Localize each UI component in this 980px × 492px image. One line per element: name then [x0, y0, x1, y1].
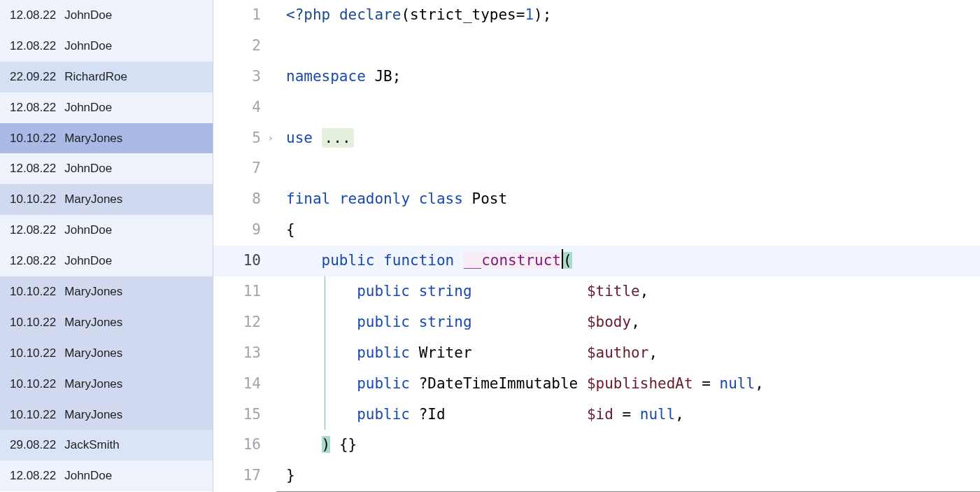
blame-row[interactable]: 12.08.22JohnDoe [0, 461, 213, 491]
line-number[interactable]: 8 [213, 184, 276, 215]
code-content[interactable]: } [276, 461, 295, 491]
blame-date: 12.08.22 [10, 8, 56, 22]
code-content[interactable]: use ... [276, 123, 354, 154]
line-number[interactable]: 13 [213, 338, 276, 369]
line-number[interactable]: 14 [213, 369, 276, 400]
blame-row[interactable]: 12.08.22JohnDoe [0, 153, 213, 184]
blame-row[interactable]: 10.10.22MaryJones [0, 400, 213, 430]
blame-author: MaryJones [64, 408, 122, 422]
blame-date: 12.08.22 [10, 469, 56, 483]
blame-author: MaryJones [64, 346, 122, 360]
blame-author: JohnDoe [64, 39, 112, 53]
code-line[interactable]: 1 <?php declare(strict_types=1); [213, 0, 980, 31]
blame-date: 12.08.22 [10, 162, 56, 176]
code-line[interactable]: 14 public ?DateTimeImmutable $publishedA… [213, 369, 980, 400]
blame-row[interactable]: 12.08.22JohnDoe [0, 31, 213, 62]
code-line[interactable]: 9 { [213, 215, 980, 246]
blame-date: 29.08.22 [10, 438, 56, 452]
blame-author: MaryJones [64, 192, 122, 206]
code-content[interactable]: public string $title, [276, 276, 648, 307]
blame-row[interactable]: 29.08.22JackSmith [0, 430, 213, 461]
blame-date: 10.10.22 [10, 377, 56, 391]
code-content[interactable]: public ?DateTimeImmutable $publishedAt =… [276, 369, 764, 400]
line-number[interactable]: 10 [213, 246, 276, 276]
blame-author: JackSmith [64, 438, 119, 452]
code-content[interactable]: public Writer $author, [276, 338, 658, 369]
blame-date: 12.08.22 [10, 39, 56, 53]
line-number[interactable]: 15 [213, 400, 276, 430]
code-line[interactable]: 16 ) {} [213, 430, 980, 461]
line-number[interactable]: 12 [213, 307, 276, 338]
blame-date: 10.10.22 [10, 192, 56, 206]
blame-author: JohnDoe [64, 101, 112, 115]
code-line[interactable]: 11 public string $title, [213, 276, 980, 307]
code-content[interactable]: namespace JB; [276, 62, 401, 92]
line-number[interactable]: 1 [213, 0, 276, 31]
blame-row[interactable]: 22.09.22RichardRoe [0, 62, 213, 92]
blame-author: MaryJones [64, 377, 122, 391]
code-content[interactable]: public ?Id $id = null, [276, 400, 684, 430]
blame-date: 10.10.22 [10, 408, 56, 422]
blame-row[interactable]: 10.10.22MaryJones [0, 307, 213, 338]
line-number[interactable]: 3 [213, 62, 276, 92]
blame-row[interactable]: 12.08.22JohnDoe [0, 215, 213, 246]
blame-date: 10.10.22 [10, 316, 56, 330]
code-line[interactable]: 3 namespace JB; [213, 62, 980, 92]
blame-author: RichardRoe [64, 70, 127, 84]
code-content[interactable]: { [276, 215, 295, 246]
code-line-current[interactable]: 10 public function __construct( [213, 246, 980, 276]
code-line[interactable]: 8 final readonly class Post [213, 184, 980, 215]
blame-date: 12.08.22 [10, 223, 56, 237]
line-number[interactable]: 4 [213, 92, 276, 123]
blame-date: 10.10.22 [10, 346, 56, 360]
blame-row[interactable]: 12.08.22JohnDoe [0, 0, 213, 31]
blame-author: JohnDoe [64, 8, 112, 22]
blame-author: MaryJones [64, 285, 122, 299]
vcs-annotate-panel[interactable]: 12.08.22JohnDoe12.08.22JohnDoe22.09.22Ri… [0, 0, 213, 492]
code-content[interactable]: <?php declare(strict_types=1); [276, 0, 551, 31]
folded-region[interactable]: ... [322, 128, 354, 148]
code-content[interactable]: public function __construct( [276, 246, 572, 276]
line-number[interactable]: 11 [213, 276, 276, 307]
blame-date: 22.09.22 [10, 70, 56, 84]
code-line[interactable]: 15 public ?Id $id = null, [213, 400, 980, 430]
blame-author: JohnDoe [64, 469, 112, 483]
blame-date: 12.08.22 [10, 101, 56, 115]
code-line[interactable]: 7 [213, 153, 980, 184]
blame-author: MaryJones [64, 132, 122, 146]
blame-row[interactable]: 12.08.22JohnDoe [0, 92, 213, 123]
blame-author: JohnDoe [64, 223, 112, 237]
line-number[interactable]: 17 [213, 461, 276, 491]
blame-row[interactable]: 10.10.22MaryJones [0, 123, 213, 154]
fold-expand-icon[interactable]: › [268, 123, 274, 154]
code-line[interactable]: 2 [213, 31, 980, 62]
blame-author: JohnDoe [64, 254, 112, 268]
line-number[interactable]: 7 [213, 153, 276, 184]
code-line[interactable]: 5› use ... [213, 123, 980, 154]
code-line[interactable]: 4 [213, 92, 980, 123]
line-number[interactable]: 2 [213, 31, 276, 62]
code-editor[interactable]: 1 <?php declare(strict_types=1); 2 3 nam… [213, 0, 980, 492]
line-number[interactable]: 5› [213, 123, 276, 154]
blame-date: 12.08.22 [10, 254, 56, 268]
code-line[interactable]: 12 public string $body, [213, 307, 980, 338]
blame-row[interactable]: 10.10.22MaryJones [0, 338, 213, 369]
blame-row[interactable]: 10.10.22MaryJones [0, 369, 213, 400]
blame-date: 10.10.22 [10, 285, 56, 299]
blame-author: MaryJones [64, 316, 122, 330]
blame-date: 10.10.22 [10, 132, 56, 146]
blame-row[interactable]: 10.10.22MaryJones [0, 184, 213, 215]
blame-row[interactable]: 10.10.22MaryJones [0, 276, 213, 307]
code-line[interactable]: 17 } [213, 461, 980, 491]
blame-row[interactable]: 12.08.22JohnDoe [0, 246, 213, 276]
line-number[interactable]: 9 [213, 215, 276, 246]
code-content[interactable]: public string $body, [276, 307, 640, 338]
line-number[interactable]: 16 [213, 430, 276, 461]
code-content[interactable]: final readonly class Post [276, 184, 507, 215]
code-content[interactable]: ) {} [276, 430, 357, 461]
code-line[interactable]: 13 public Writer $author, [213, 338, 980, 369]
blame-author: JohnDoe [64, 162, 112, 176]
